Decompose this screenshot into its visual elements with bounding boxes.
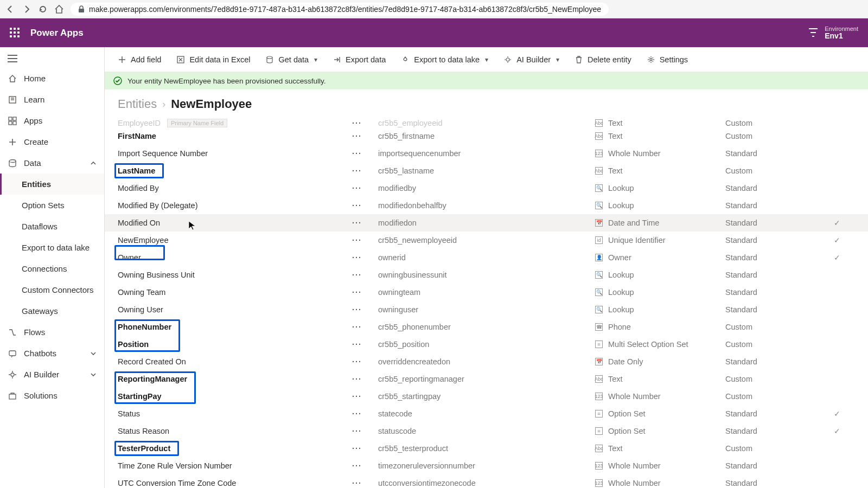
more-icon[interactable]: ··· xyxy=(352,305,362,314)
table-row[interactable]: Owning Team···owningteam🔍LookupStandardO… xyxy=(105,284,868,301)
sidebar-item-create[interactable]: Create xyxy=(0,131,104,152)
app-header: Power Apps Environment Env1 xyxy=(0,18,868,47)
table-row[interactable]: UTC Conversion Time Zone Code···utcconve… xyxy=(105,474,868,488)
url-text: make.powerapps.com/environments/7ed8d91e… xyxy=(89,5,601,14)
delete-entity-button[interactable]: Delete entity xyxy=(568,52,638,67)
table-row[interactable]: Import Sequence Number···importsequencen… xyxy=(105,145,868,162)
field-display-name: Owner xyxy=(118,253,141,262)
table-row[interactable]: Modified On···modifiedon📅Date and TimeSt… xyxy=(105,214,868,232)
field-type: 🔍Lookup xyxy=(595,288,725,297)
get-data-button[interactable]: Get data▾ xyxy=(259,52,324,67)
more-icon[interactable]: ··· xyxy=(352,184,362,192)
table-row[interactable]: Record Created On···overriddencreatedon📅… xyxy=(105,353,868,370)
field-type: 123Whole Number xyxy=(595,149,725,158)
more-icon[interactable]: ··· xyxy=(352,392,362,401)
datatype-icon: 🔍 xyxy=(595,288,603,296)
table-row[interactable]: Owner···ownerid👤OwnerStandard✓Require xyxy=(105,249,868,266)
sidebar-item-home[interactable]: Home xyxy=(0,68,104,89)
table-row[interactable]: TesterProduct···cr5b5_testerproductAbcTe… xyxy=(105,440,868,457)
sidebar-item-connections[interactable]: Connections xyxy=(0,258,104,279)
field-type: AbcText xyxy=(595,166,725,175)
table-row[interactable]: Owning User···owninguser🔍LookupStandardO… xyxy=(105,301,868,318)
table-row[interactable]: StartingPay···cr5b5_startingpay123Whole … xyxy=(105,388,868,405)
table-row[interactable]: EmployeeIDPrimary Name Field···cr5b5_emp… xyxy=(105,117,868,127)
sidebar-item-learn[interactable]: Learn xyxy=(0,89,104,110)
edit-excel-button[interactable]: Edit data in Excel xyxy=(170,52,257,67)
address-bar[interactable]: make.powerapps.com/environments/7ed8d91e… xyxy=(71,3,609,16)
table-row[interactable]: ReportingManager···cr5b5_reportingmanage… xyxy=(105,370,868,388)
table-row[interactable]: LastName···cr5b5_lastnameAbcTextCustomRe… xyxy=(105,162,868,179)
sidebar-item-custom-connectors[interactable]: Custom Connectors xyxy=(0,279,104,300)
more-icon[interactable]: ··· xyxy=(352,119,362,127)
sidebar-item-flows[interactable]: Flows xyxy=(0,322,104,343)
more-icon[interactable]: ··· xyxy=(352,357,362,366)
field-type: 📅Date and Time xyxy=(595,219,725,227)
sidebar-item-option-sets[interactable]: Option Sets xyxy=(0,195,104,216)
ai-builder-button[interactable]: AI Builder▾ xyxy=(497,52,566,67)
table-row[interactable]: Modified By (Delegate)···modifiedonbehal… xyxy=(105,197,868,214)
back-icon[interactable] xyxy=(5,4,15,14)
sidebar-item-solutions[interactable]: Solutions xyxy=(0,385,104,406)
solutions-icon xyxy=(8,391,17,400)
more-icon[interactable]: ··· xyxy=(352,253,362,262)
more-icon[interactable]: ··· xyxy=(352,479,362,487)
more-icon[interactable]: ··· xyxy=(352,236,362,245)
datatype-icon: 👤 xyxy=(595,254,603,261)
sidebar-item-data[interactable]: Data xyxy=(0,152,104,174)
sidebar-item-label: Connections xyxy=(22,264,67,273)
more-icon[interactable]: ··· xyxy=(352,323,362,331)
more-icon[interactable]: ··· xyxy=(352,149,362,158)
table-row[interactable]: Owning Business Unit···owningbusinessuni… xyxy=(105,266,868,284)
waffle-icon[interactable] xyxy=(10,28,21,38)
field-category: Custom xyxy=(725,375,834,383)
cmd-label: Add field xyxy=(131,55,161,64)
more-icon[interactable]: ··· xyxy=(352,271,362,279)
more-icon[interactable]: ··· xyxy=(352,409,362,418)
hamburger-icon[interactable] xyxy=(0,49,104,68)
table-row[interactable]: Time Zone Rule Version Number···timezone… xyxy=(105,457,868,474)
table-row[interactable]: FirstName···cr5b5_firstnameAbcTextCustom… xyxy=(105,127,868,145)
more-icon[interactable]: ··· xyxy=(352,166,362,175)
command-bar: Add field Edit data in Excel Get data▾ E… xyxy=(105,47,868,72)
sidebar-item-ai-builder[interactable]: AI Builder xyxy=(0,364,104,385)
export-data-button[interactable]: Export data xyxy=(326,52,392,67)
more-icon[interactable]: ··· xyxy=(352,201,362,210)
more-icon[interactable]: ··· xyxy=(352,375,362,383)
forward-icon[interactable] xyxy=(22,4,31,14)
more-icon[interactable]: ··· xyxy=(352,132,362,140)
table-row[interactable]: PhoneNumber···cr5b5_phonenumber☎PhoneCus… xyxy=(105,318,868,336)
more-icon[interactable]: ··· xyxy=(352,444,362,453)
sidebar-item-entities[interactable]: Entities xyxy=(0,174,104,195)
more-icon[interactable]: ··· xyxy=(352,340,362,349)
home-icon[interactable] xyxy=(54,4,64,14)
more-icon[interactable]: ··· xyxy=(352,219,362,227)
more-icon[interactable]: ··· xyxy=(352,461,362,470)
sidebar-item-apps[interactable]: Apps xyxy=(0,110,104,131)
table-row[interactable]: Status···statecode≡Option SetStandard✓Op… xyxy=(105,405,868,422)
flows-icon xyxy=(8,328,17,337)
sidebar-item-label: Custom Connectors xyxy=(22,285,94,294)
check-icon: ✓ xyxy=(834,427,868,435)
environment-picker[interactable]: Environment Env1 xyxy=(807,25,858,40)
table-row[interactable]: NewEmployee···cr5b5_newemployeeididUniqu… xyxy=(105,232,868,249)
sidebar-item-chatbots[interactable]: Chatbots xyxy=(0,343,104,364)
more-icon[interactable]: ··· xyxy=(352,427,362,435)
sidebar-item-export-lake[interactable]: Export to data lake xyxy=(0,237,104,258)
field-display-name: Record Created On xyxy=(118,357,186,366)
table-row[interactable]: Position···cr5b5_position≡Multi Select O… xyxy=(105,336,868,353)
settings-button[interactable]: Settings xyxy=(640,52,694,67)
field-type: 🔍Lookup xyxy=(595,201,725,210)
reload-icon[interactable] xyxy=(38,4,48,14)
more-icon[interactable]: ··· xyxy=(352,288,362,297)
field-name: owninguser xyxy=(378,305,595,314)
export-lake-button[interactable]: Export to data lake▾ xyxy=(394,52,495,67)
breadcrumb-root[interactable]: Entities xyxy=(118,97,157,111)
table-row[interactable]: Modified By···modifiedby🔍LookupStandardO… xyxy=(105,179,868,197)
sidebar-item-dataflows[interactable]: Dataflows xyxy=(0,216,104,237)
table-row[interactable]: Status Reason···statuscode≡Option SetSta… xyxy=(105,422,868,440)
sidebar-item-gateways[interactable]: Gateways xyxy=(0,300,104,322)
datatype-icon: Abc xyxy=(595,167,603,175)
field-display-name: Time Zone Rule Version Number xyxy=(118,461,232,470)
field-category: Custom xyxy=(725,132,834,140)
add-field-button[interactable]: Add field xyxy=(111,52,168,67)
